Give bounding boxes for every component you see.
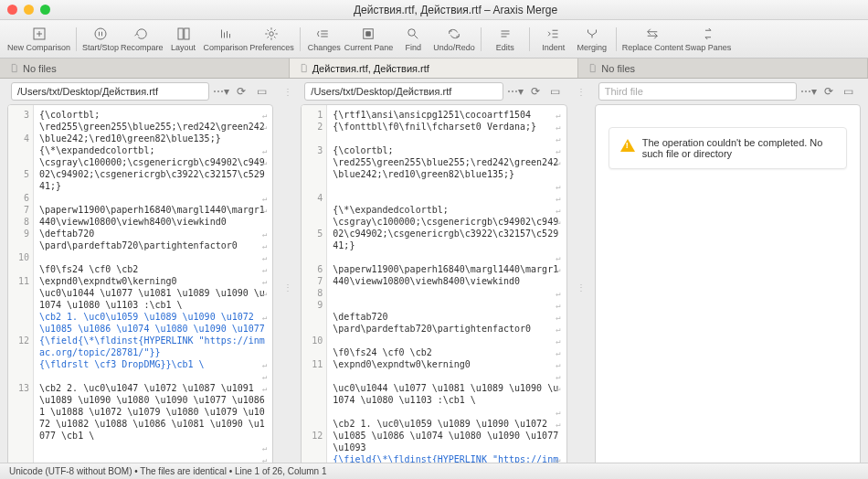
window-title: Действия.rtf, Действия.rtf – Araxis Merg…: [50, 4, 861, 16]
replace-content-button[interactable]: Replace Content: [622, 22, 683, 57]
path-dropdown-center[interactable]: ⋯▾: [507, 83, 524, 100]
document-icon: [587, 63, 598, 73]
zoom-window[interactable]: [40, 5, 50, 15]
svg-rect-2: [178, 28, 183, 39]
code-view-center[interactable]: {\rtf1\ansi\ansicpg1251\cocoartf1504↵{\f…: [327, 105, 566, 469]
current-pane-button[interactable]: Current Pane: [344, 22, 394, 57]
warning-box: The operation couldn't be completed. No …: [609, 127, 847, 169]
pane-right: The operation couldn't be completed. No …: [595, 104, 861, 470]
code-view-left[interactable]: {\colortbl;↵\red255\green255\blue255;\re…: [34, 105, 272, 469]
pane-divider[interactable]: ⋮: [575, 87, 587, 97]
tab-right[interactable]: No files: [578, 59, 868, 78]
svg-point-1: [95, 28, 106, 39]
titlebar: Действия.rtf, Действия.rtf – Araxis Merg…: [0, 0, 868, 20]
comparison-button[interactable]: Comparison: [204, 22, 249, 57]
path-bar: /Users/txt/Desktop/Действия.rtf ⋯▾ ⟳ ▭ ⋮…: [0, 79, 868, 104]
path-dropdown-left[interactable]: ⋯▾: [213, 83, 229, 100]
status-bar: Unicode (UTF-8 without BOM) • The files …: [0, 463, 868, 479]
path-browse-left[interactable]: ▭: [253, 83, 270, 100]
svg-rect-3: [184, 28, 188, 39]
find-button[interactable]: Find: [395, 22, 431, 57]
tab-bar: No files Действия.rtf, Действия.rtf No f…: [0, 59, 868, 79]
path-reload-center[interactable]: ⟳: [527, 83, 544, 100]
toolbar: New Comparison Start/Stop Recompare Layo…: [0, 20, 868, 59]
line-gutter-center: 12 3 4 5 6789 10 11 12: [302, 105, 327, 469]
tab-left[interactable]: No files: [0, 59, 290, 78]
indent-button[interactable]: Indent: [535, 22, 572, 57]
path-browse-right[interactable]: ▭: [841, 83, 857, 100]
merging-button[interactable]: Merging: [574, 22, 610, 57]
document-icon: [299, 63, 309, 73]
pane-splitter[interactable]: ⋮: [281, 104, 293, 470]
pane-splitter[interactable]: ⋮: [575, 104, 587, 470]
preferences-button[interactable]: Preferences: [249, 22, 294, 57]
pane-center: 12 3 4 5 6789 10 11 12 {\rtf1\ansi\ansic…: [301, 104, 566, 470]
path-reload-left[interactable]: ⟳: [233, 83, 249, 100]
pane-left: 3 4 5 6789 10 11 12 13 {\colortbl;↵\red2…: [7, 104, 273, 470]
warning-text: The operation couldn't be completed. No …: [642, 137, 835, 159]
pane-divider[interactable]: ⋮: [281, 87, 293, 97]
svg-point-6: [408, 29, 416, 37]
close-window[interactable]: [7, 5, 17, 15]
path-reload-right[interactable]: ⟳: [820, 83, 837, 100]
changes-button[interactable]: Changes: [306, 22, 343, 57]
window-controls: [7, 5, 50, 15]
undo-redo-button[interactable]: Undo/Redo: [433, 22, 475, 57]
warning-icon: [620, 139, 635, 152]
minimize-window[interactable]: [24, 5, 34, 15]
path-input-left[interactable]: /Users/txt/Desktop/Действия.rtf: [11, 82, 209, 101]
swap-panes-button[interactable]: Swap Panes: [685, 22, 732, 57]
path-input-center[interactable]: /Users/txt/Desktop/Действия.rtf: [304, 82, 503, 101]
svg-point-4: [270, 32, 274, 37]
path-input-right[interactable]: Third file: [598, 82, 797, 101]
new-comparison-button[interactable]: New Comparison: [7, 22, 70, 57]
start-stop-button[interactable]: Start/Stop: [82, 22, 119, 57]
recompare-button[interactable]: Recompare: [121, 22, 164, 57]
document-icon: [9, 63, 19, 73]
path-dropdown-right[interactable]: ⋯▾: [800, 83, 817, 100]
layout-button[interactable]: Layout: [165, 22, 202, 57]
edits-button[interactable]: Edits: [487, 22, 524, 57]
compare-panes: 3 4 5 6789 10 11 12 13 {\colortbl;↵\red2…: [0, 104, 868, 470]
tab-center[interactable]: Действия.rtf, Действия.rtf: [290, 59, 579, 78]
path-browse-center[interactable]: ▭: [547, 83, 564, 100]
line-gutter-left: 3 4 5 6789 10 11 12 13: [8, 105, 34, 469]
